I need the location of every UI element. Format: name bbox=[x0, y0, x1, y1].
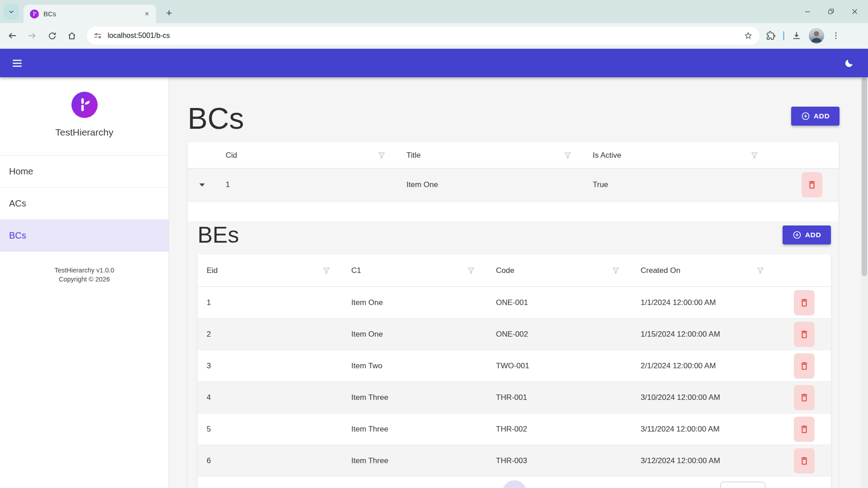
cell-code: THR-002 bbox=[487, 413, 632, 445]
tab-title: BCs bbox=[43, 10, 142, 18]
trash-icon bbox=[799, 424, 809, 434]
delete-be-button[interactable] bbox=[794, 448, 815, 474]
browser-menu-button[interactable] bbox=[831, 31, 840, 40]
bcs-table-card: Cid Title Is Active bbox=[188, 142, 839, 488]
caret-down-icon bbox=[199, 183, 205, 187]
page-title: BCs bbox=[188, 103, 244, 133]
column-header-is-active: Is Active bbox=[593, 151, 621, 160]
cell-eid: 1 bbox=[198, 287, 342, 318]
sidebar-item-label: BCs bbox=[9, 230, 26, 241]
column-header-code: Code bbox=[496, 266, 514, 275]
browser-tab[interactable]: BCs × bbox=[24, 5, 156, 23]
pagination-page-button[interactable] bbox=[502, 480, 527, 488]
cell-title: Item One bbox=[397, 169, 584, 201]
be-table-row: 5 Item Three THR-002 3/11/2024 12:00:00 … bbox=[198, 413, 831, 445]
column-header-title: Title bbox=[406, 151, 421, 160]
browser-toolbar: localhost:5001/b-cs bbox=[0, 23, 868, 49]
bes-table-card: Eid C1 Code bbox=[198, 254, 831, 488]
delete-bc-button[interactable] bbox=[802, 172, 822, 197]
trash-icon bbox=[799, 361, 809, 371]
reload-button[interactable] bbox=[44, 28, 60, 43]
copyright: Copyright © 2026 bbox=[0, 275, 169, 284]
bookmark-star-button[interactable] bbox=[743, 31, 753, 41]
window-close-button[interactable] bbox=[848, 5, 862, 19]
be-table-row: 2 Item One ONE-002 1/15/2024 12:00:00 AM bbox=[198, 319, 831, 350]
cell-created-on: 3/11/2024 12:00:00 AM bbox=[632, 413, 776, 445]
page-scrollbar[interactable] bbox=[861, 77, 868, 488]
delete-be-button[interactable] bbox=[794, 322, 815, 347]
sidebar-item-bcs[interactable]: BCs bbox=[0, 220, 169, 252]
cell-created-on: 2/1/2024 12:00:00 AM bbox=[632, 350, 776, 381]
app-version: TestHierarchy v1.0.0 bbox=[0, 266, 169, 275]
tab-close-button[interactable]: × bbox=[142, 9, 151, 19]
plus-circle-icon bbox=[793, 230, 802, 239]
delete-be-button[interactable] bbox=[794, 353, 815, 379]
filter-icon[interactable] bbox=[611, 266, 621, 276]
filter-icon[interactable] bbox=[563, 150, 573, 160]
column-header-c1: C1 bbox=[351, 266, 361, 275]
extensions-button[interactable] bbox=[766, 31, 776, 41]
collapse-row-button[interactable] bbox=[196, 178, 208, 191]
filter-icon[interactable] bbox=[466, 266, 476, 276]
filter-icon[interactable] bbox=[750, 150, 760, 160]
filter-icon[interactable] bbox=[321, 266, 331, 276]
sidebar-item-acs[interactable]: ACs bbox=[0, 188, 169, 220]
home-button[interactable] bbox=[64, 28, 80, 43]
delete-be-button[interactable] bbox=[794, 290, 815, 315]
cell-c1: Item One bbox=[342, 319, 487, 350]
cell-is-active: True bbox=[584, 169, 770, 201]
add-bc-button[interactable]: ADD bbox=[791, 107, 840, 126]
profile-avatar[interactable] bbox=[809, 28, 824, 43]
cell-created-on: 3/12/2024 12:00:00 AM bbox=[632, 445, 776, 476]
be-table-row: 6 Item Three THR-003 3/12/2024 12:00:00 … bbox=[198, 445, 831, 477]
sidebar-item-label: ACs bbox=[9, 198, 26, 209]
page-size-select[interactable] bbox=[720, 482, 765, 488]
cell-eid: 4 bbox=[198, 382, 342, 413]
download-progress-indicator bbox=[783, 31, 784, 40]
cell-c1: Item Three bbox=[342, 445, 487, 476]
site-settings-icon[interactable] bbox=[93, 31, 102, 40]
app-logo-icon bbox=[71, 92, 98, 118]
back-button[interactable] bbox=[5, 28, 20, 43]
address-bar[interactable]: localhost:5001/b-cs bbox=[87, 27, 760, 45]
forward-button[interactable] bbox=[24, 28, 40, 43]
bc-detail-panel: BEs ADD Eid bbox=[188, 221, 839, 488]
cell-eid: 3 bbox=[198, 350, 342, 381]
menu-toggle-button[interactable] bbox=[8, 54, 26, 72]
actions-column-header bbox=[770, 142, 839, 168]
dark-mode-toggle-button[interactable] bbox=[840, 54, 858, 72]
window-controls bbox=[801, 0, 868, 23]
add-be-button[interactable]: ADD bbox=[783, 225, 831, 244]
downloads-button[interactable] bbox=[792, 31, 802, 41]
trash-icon bbox=[807, 180, 817, 190]
filter-icon[interactable] bbox=[377, 150, 387, 160]
column-header-eid: Eid bbox=[207, 266, 218, 275]
sidebar-nav: Home ACs BCs bbox=[0, 155, 169, 252]
cell-code: THR-003 bbox=[487, 445, 632, 476]
cell-cid: 1 bbox=[217, 169, 397, 201]
sidebar-item-home[interactable]: Home bbox=[0, 155, 169, 188]
main-content: BCs ADD Cid Title Is Active bbox=[169, 77, 861, 488]
window-restore-button[interactable] bbox=[825, 5, 838, 19]
scrollbar-thumb[interactable] bbox=[862, 77, 867, 276]
filter-icon[interactable] bbox=[755, 266, 765, 276]
detail-title: BEs bbox=[198, 224, 239, 246]
window-minimize-button[interactable] bbox=[801, 5, 815, 19]
cell-code: ONE-001 bbox=[487, 287, 632, 318]
moon-icon bbox=[844, 58, 854, 68]
cell-c1: Item Three bbox=[342, 382, 487, 413]
chevron-down-icon bbox=[7, 8, 15, 16]
tab-search-button[interactable] bbox=[4, 4, 19, 19]
bes-table-header: Eid C1 Code bbox=[198, 254, 831, 287]
bc-table-row: 1 Item One True bbox=[188, 169, 839, 202]
delete-be-button[interactable] bbox=[794, 385, 815, 410]
cell-code: TWO-001 bbox=[487, 350, 632, 381]
sidebar-footer: TestHierarchy v1.0.0 Copyright © 2026 bbox=[0, 266, 169, 284]
delete-be-button[interactable] bbox=[794, 417, 815, 442]
add-button-label: ADD bbox=[814, 112, 830, 120]
app-bar bbox=[0, 49, 868, 77]
sidebar: TestHierarchy Home ACs BCs TestHierarchy… bbox=[0, 77, 169, 488]
new-tab-button[interactable]: + bbox=[162, 6, 176, 20]
app-title: TestHierarchy bbox=[55, 127, 113, 138]
cell-eid: 2 bbox=[198, 319, 342, 350]
